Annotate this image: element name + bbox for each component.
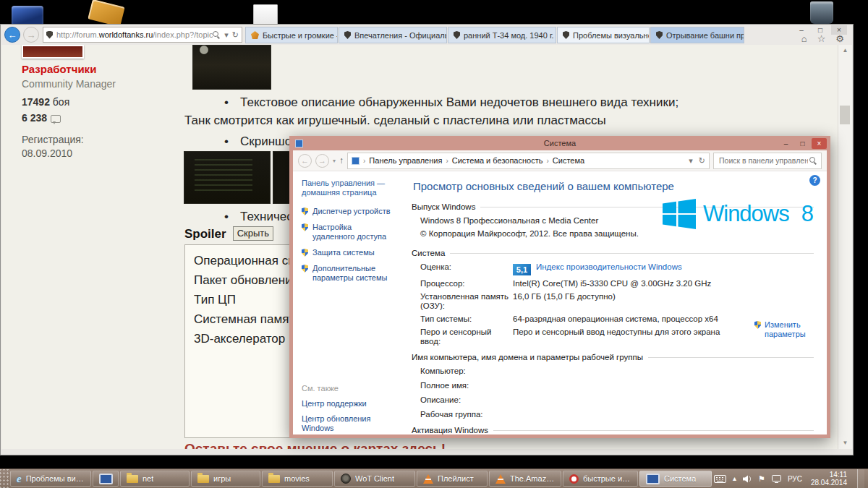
taskbar-item-vlc-movie[interactable]: The.Amazing.Spi... [489,471,561,487]
list-item-text: Текстовое описание обнаруженных Вами нед… [240,95,678,109]
tab-5[interactable]: Отрывание башни при взрыв... [650,27,744,43]
vertical-scrollbar[interactable]: ▲ ▼ [838,45,852,449]
desktop-folder-icon[interactable] [12,6,43,24]
scroll-up-arrow[interactable]: ▲ [838,45,852,56]
uac-shield-icon [302,249,308,257]
posts-count: 6 238 [22,112,61,124]
recycle-bin-icon[interactable] [810,1,833,24]
history-dropdown-icon[interactable]: ▾ [333,158,336,164]
address-dropdown-icon[interactable]: ▾ [689,156,693,166]
sidebar-item-windows-update[interactable]: Центр обновления Windows [302,414,397,433]
action-center-flag-icon[interactable]: ⚑ [758,475,765,482]
scrollbar-thumb[interactable] [840,106,850,124]
keyboard-icon[interactable] [714,475,726,483]
breadcrumb-item[interactable]: Система и безопасность [452,156,543,165]
info-label: Установленная память (ОЗУ): [420,292,513,311]
wot-icon [341,474,351,484]
wei-link[interactable]: Индекс производительности Windows [536,262,682,271]
tab-1[interactable]: Быстрые и громкие - 4 сезон ... [245,27,338,43]
favorites-icon[interactable]: ☆ [817,34,826,44]
volume-icon[interactable] [743,475,752,483]
section-activation: Активация Windows [412,426,814,435]
sidebar-item-remote-access[interactable]: Настройка удаленного доступа [302,223,394,241]
info-row-memory: Установленная память (ОЗУ): 16,0 ГБ (15,… [420,292,814,311]
help-icon[interactable]: ? [809,175,820,186]
taskbar-item-vlc-playlist[interactable]: Плейлист [417,471,488,487]
scroll-down-arrow[interactable]: ▼ [838,437,852,449]
post-image-thumbnail[interactable] [193,46,271,89]
back-button[interactable]: ← [298,154,312,168]
back-button[interactable]: ← [4,27,20,43]
tab-4-active[interactable]: Проблемы визуального о... × [557,27,650,43]
spoiler-toggle-button[interactable]: Скрыть [233,226,273,241]
tab-2[interactable]: Впечатления - Официальный... [339,27,447,43]
sidebar-item-label: Дополнительные параметры системы [312,264,394,283]
up-button[interactable]: ↑ [339,155,344,166]
taskbar-item-net-folder[interactable]: net [120,471,190,487]
sidebar-item-device-manager[interactable]: Диспетчер устройств [302,207,394,216]
change-settings-link[interactable]: Изменить параметры [754,320,817,339]
sidebar-item-label: Настройка удаленного доступа [312,223,394,241]
taskbar-item-movies-folder[interactable]: movies [262,471,333,487]
registration-date: 08.09.2010 [22,147,72,159]
sidebar-item-support-center[interactable]: Центр поддержки [302,399,397,408]
registration-label: Регистрация: [22,134,84,145]
home-icon[interactable]: ⌂ [801,34,807,44]
breadcrumb-item[interactable]: Система [553,156,584,165]
wot-favicon-icon [251,31,259,39]
section-computer-name: Имя компьютера, имя домена и параметры р… [412,353,814,361]
breadcrumb[interactable]: › Панель управления › Система и безопасн… [347,153,710,169]
taskbar-item-system[interactable]: Система [639,471,712,487]
system-window-titlebar[interactable]: Система – □ × [293,136,827,150]
sidebar-item-system-protection[interactable]: Защита системы [302,248,394,257]
language-indicator[interactable]: РУС [788,475,802,483]
taskbar-item-wot-client[interactable]: WoT Client [334,471,415,487]
list-item: •Техничес [224,210,293,224]
refresh-icon[interactable]: ↻ [232,30,239,40]
taskbar-item-opera[interactable]: быстрые и гром... [563,471,638,487]
show-hidden-icons-icon[interactable]: ▴ [733,475,736,482]
clock[interactable]: 14:11 28.04.2014 [811,471,847,487]
network-icon[interactable] [772,475,781,483]
explorer-address-row: ← → ▾ ↑ › Панель управления › Система и … [293,150,827,171]
taskbar-item-computer[interactable] [93,471,119,487]
battles-label: боя [50,96,69,108]
avatar [22,45,84,59]
settings-gear-icon[interactable]: ⚙ [835,34,844,44]
browser-navbar: ← → http://forum.worldoftanks.ru/index.p… [1,25,853,45]
sidebar-item-home[interactable]: Панель управления — домашняя страница [302,179,387,197]
breadcrumb-separator: › [446,157,448,165]
uac-shield-icon [754,321,761,329]
maximize-button[interactable]: □ [795,138,810,149]
post-image-thumbnail[interactable] [184,152,270,203]
folder-icon [197,475,209,483]
search-input[interactable] [718,155,809,166]
minimize-button[interactable]: – [778,138,793,149]
control-panel-search[interactable] [713,153,822,169]
tab-3[interactable]: ранний Т-34 мод. 1940 г. ХПЗ ... [448,27,556,43]
desktop-document-icon[interactable] [253,4,278,25]
breadcrumb-separator: › [546,157,548,165]
sidebar-item-advanced-settings[interactable]: Дополнительные параметры системы [302,264,394,283]
system-tray: ▴ ⚑ РУС 14:11 28.04.2014 [714,469,868,488]
taskbar-item-ie[interactable]: eПроблемы визуа... [10,471,91,487]
show-desktop-button[interactable] [857,469,864,488]
breadcrumb-item[interactable]: Панель управления [369,156,442,165]
taskbar-item-games-folder[interactable]: игры [191,471,260,487]
user-role: Community Manager [22,78,116,90]
list-item: •Текстовое описание обнаруженных Вами не… [224,95,678,110]
description-label: Описание: [420,395,814,405]
close-button[interactable]: × [812,138,827,149]
system-info-panel: ? Просмотр основных сведений о вашем ком… [404,171,827,435]
address-bar[interactable]: http://forum.worldoftanks.ru/index.php?/… [43,27,242,43]
forward-button[interactable]: → [315,154,329,168]
desktop-app-icon[interactable] [88,0,124,27]
search-icon[interactable] [213,31,221,39]
computer-icon [646,474,660,484]
refresh-icon[interactable]: ↻ [699,156,705,166]
spoiler-header: SpoilerСкрыть [184,226,273,241]
forward-button[interactable]: → [23,27,39,43]
full-name-label: Полное имя: [420,381,814,390]
window-title: Система [293,139,827,147]
autocomplete-dropdown-icon[interactable]: ▾ [224,30,229,40]
